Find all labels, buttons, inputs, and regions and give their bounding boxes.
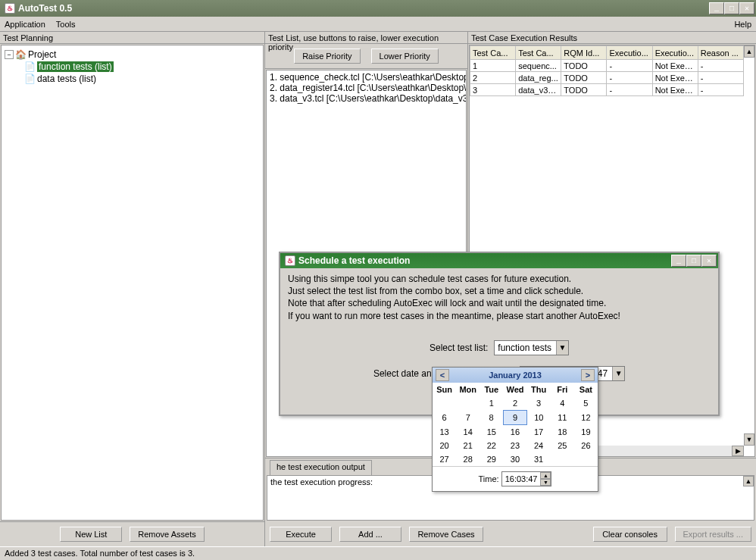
dow-header: Wed <box>503 383 526 396</box>
test-list-combo[interactable]: function tests ▼ <box>494 340 569 355</box>
list-item[interactable]: 1. sequence_check.tcl [C:\Users\eathkar\… <box>268 72 464 83</box>
calendar-day <box>433 396 456 411</box>
remove-assets-button[interactable]: Remove Assets <box>130 527 204 542</box>
calendar-day[interactable]: 17 <box>527 425 551 440</box>
prev-month-button[interactable]: < <box>436 369 449 381</box>
spin-down-icon[interactable]: ▼ <box>540 479 551 486</box>
col-header[interactable]: Executio... <box>607 46 652 60</box>
results-table[interactable]: Test Ca... Test Ca... RQM Id... Executio… <box>470 45 744 96</box>
tree-item-data-tests[interactable]: 📄 data tests (list) <box>5 73 260 85</box>
calendar-day[interactable]: 26 <box>574 439 598 452</box>
dialog-text: If you want to run more test cases in th… <box>288 310 711 322</box>
calendar-day[interactable]: 25 <box>551 439 574 452</box>
chevron-down-icon[interactable]: ▼ <box>612 367 624 380</box>
calendar-day[interactable]: 9 <box>503 411 526 425</box>
select-list-label: Select test list: <box>430 343 488 353</box>
calendar-day[interactable]: 16 <box>503 425 526 440</box>
dow-header: Tue <box>480 383 503 396</box>
calendar-day[interactable]: 5 <box>574 396 598 411</box>
table-cell: TODO <box>561 60 607 72</box>
calendar-grid[interactable]: SunMonTueWedThuFriSat 123456789101112131… <box>433 383 598 466</box>
menu-application[interactable]: Application <box>5 20 45 29</box>
tab-output[interactable]: he test execution output <box>270 460 372 475</box>
col-header[interactable]: Test Ca... <box>470 46 516 60</box>
list-item[interactable]: 2. data_register14.tcl [C:\Users\eathkar… <box>268 83 464 93</box>
tree-item-label: function tests (list) <box>37 61 114 72</box>
table-cell: Not Exec... <box>652 60 698 72</box>
clear-consoles-button[interactable]: Clear consoles <box>593 527 667 542</box>
test-planning-tree[interactable]: − 🏠 Project 📄 function tests (list) 📄 da… <box>1 45 264 521</box>
scroll-down-icon[interactable]: ▼ <box>744 433 754 446</box>
execute-button[interactable]: Execute <box>270 527 332 542</box>
calendar-day[interactable]: 22 <box>480 439 503 452</box>
table-cell: - <box>698 84 743 96</box>
spin-up-icon[interactable]: ▲ <box>540 472 551 479</box>
calendar-day[interactable]: 24 <box>527 439 551 452</box>
calendar-day[interactable]: 1 <box>480 396 503 411</box>
calendar-day[interactable]: 18 <box>551 425 574 440</box>
calendar-day[interactable]: 20 <box>433 439 456 452</box>
calendar-day[interactable]: 11 <box>551 411 574 425</box>
raise-priority-button[interactable]: Raise Priority <box>294 48 360 64</box>
calendar-day <box>551 452 574 466</box>
table-row[interactable]: 1sequenc...TODO-Not Exec...- <box>470 60 744 72</box>
calendar-day[interactable]: 12 <box>574 411 598 425</box>
calendar-day[interactable]: 28 <box>456 452 480 466</box>
close-button[interactable]: ✕ <box>739 2 754 14</box>
table-cell: data_v3.tcl <box>516 84 561 96</box>
calendar-day[interactable]: 21 <box>456 439 480 452</box>
scroll-up-icon[interactable]: ▲ <box>743 476 754 486</box>
dialog-text: Note that after scheduling AutoExec will… <box>288 297 711 309</box>
folder-icon: 🏠 <box>15 49 27 60</box>
tree-item-function-tests[interactable]: 📄 function tests (list) <box>5 61 260 73</box>
remove-cases-button[interactable]: Remove Cases <box>409 527 483 542</box>
table-row[interactable]: 3data_v3.tclTODO-Not Exec...- <box>470 84 744 96</box>
add-button[interactable]: Add ... <box>339 527 401 542</box>
console-label: the test execution progress: <box>270 477 373 486</box>
scroll-right-icon[interactable]: ▶ <box>732 446 744 456</box>
calendar-day[interactable]: 3 <box>527 396 551 411</box>
lower-priority-button[interactable]: Lower Priority <box>371 48 439 64</box>
maximize-button[interactable]: □ <box>724 2 739 14</box>
export-results-button[interactable]: Export results ... <box>675 527 751 542</box>
calendar-day[interactable]: 8 <box>480 411 503 425</box>
next-month-button[interactable]: > <box>581 369 595 381</box>
dialog-minimize-button[interactable]: _ <box>671 255 686 267</box>
calendar-day[interactable]: 13 <box>433 425 456 440</box>
dow-header: Sun <box>433 383 456 396</box>
dow-header: Sat <box>574 383 598 396</box>
menu-tools[interactable]: Tools <box>56 20 76 29</box>
scroll-up-icon[interactable]: ▲ <box>744 45 754 58</box>
col-header[interactable]: Executio... <box>652 46 698 60</box>
dow-header: Thu <box>527 383 551 396</box>
col-header[interactable]: Test Ca... <box>516 46 561 60</box>
table-row[interactable]: 2data_reg...TODO-Not Exec...- <box>470 72 744 84</box>
calendar-day[interactable]: 19 <box>574 425 598 440</box>
calendar-day[interactable]: 2 <box>503 396 526 411</box>
col-header[interactable]: RQM Id... <box>561 46 607 60</box>
calendar-day[interactable]: 14 <box>456 425 480 440</box>
calendar-day[interactable]: 27 <box>433 452 456 466</box>
calendar-day[interactable]: 4 <box>551 396 574 411</box>
dow-header: Fri <box>551 383 574 396</box>
calendar-day[interactable]: 6 <box>433 411 456 425</box>
dialog-maximize-button[interactable]: □ <box>686 255 701 267</box>
menu-help[interactable]: Help <box>734 20 751 29</box>
calendar-day[interactable]: 29 <box>480 452 503 466</box>
calendar-day[interactable]: 15 <box>480 425 503 440</box>
calendar-day[interactable]: 7 <box>456 411 480 425</box>
list-item[interactable]: 3. data_v3.tcl [C:\Users\eathkar\Desktop… <box>268 93 464 104</box>
new-list-button[interactable]: New List <box>60 527 122 542</box>
time-spinner[interactable]: 16:03:47 ▲ ▼ <box>501 471 552 486</box>
col-header[interactable]: Reason ... <box>698 46 743 60</box>
dialog-close-button[interactable]: ✕ <box>701 255 717 267</box>
table-cell: sequenc... <box>516 60 561 72</box>
calendar-day[interactable]: 10 <box>527 411 551 425</box>
tree-project-node[interactable]: − 🏠 Project <box>5 48 260 61</box>
calendar-day[interactable]: 31 <box>527 452 551 466</box>
minimize-button[interactable]: _ <box>709 2 724 14</box>
calendar-day[interactable]: 23 <box>503 439 526 452</box>
calendar-day[interactable]: 30 <box>503 452 526 466</box>
tree-expand-icon[interactable]: − <box>5 50 14 59</box>
chevron-down-icon[interactable]: ▼ <box>556 341 568 355</box>
